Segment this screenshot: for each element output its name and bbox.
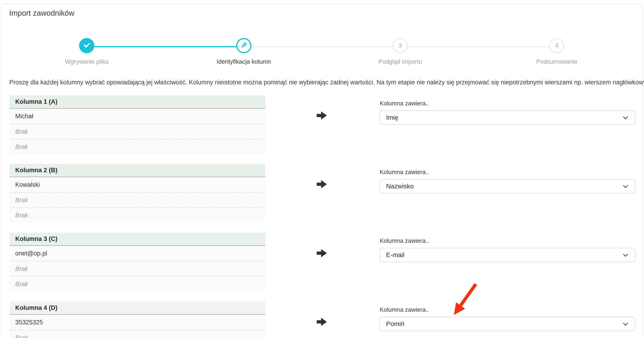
column-3-type-select[interactable]: E-mail [380,248,635,262]
column-1-cell: Brak [10,124,265,139]
column-preview-3: Kolumna 3 (C) onet@op.pl Brak Brak [10,233,265,292]
column-3-cell: Brak [10,261,265,276]
mapping-label: Kolumna zawiera.. [380,306,429,313]
step-4-indicator: 4 [549,38,564,53]
arrow-right-icon [317,318,327,326]
instruction-text: Proszę dla każdej kolumny wybrać opowiad… [9,79,641,86]
step-3-label: Podgląd importu [354,58,446,65]
stepper-connector [408,46,549,47]
pencil-icon [240,41,248,50]
step-2-label: Identyfikacja kolumn [198,58,290,65]
arrow-right-icon [317,180,327,188]
column-2-cell: Brak [10,208,265,223]
selected-option: Pomiń [386,320,404,328]
column-3-cell: Brak [10,276,265,292]
step-4-number: 4 [555,42,559,49]
page-title: Import zawodników [9,9,74,17]
column-2-cell: Kowalski [10,177,265,192]
stepper-connector [252,46,392,47]
column-1-type-select[interactable]: Imię [380,110,635,125]
step-2-indicator[interactable] [236,38,252,53]
column-4-cell: Brak [10,330,265,338]
chevron-down-icon [623,183,628,190]
mapping-label: Kolumna zawiera.. [380,237,429,244]
column-preview-4: Kolumna 4 (D) 35325325 Brak [10,302,265,338]
column-1-cell: Brak [10,139,265,154]
column-1-cell: Michał [10,109,265,124]
step-1-indicator[interactable] [79,38,94,53]
check-icon [82,40,91,51]
column-1-header: Kolumna 1 (A) [10,95,265,109]
column-preview-2: Kolumna 2 (B) Kowalski Brak Brak [10,164,265,223]
chevron-down-icon [623,320,628,328]
import-wizard-page: Import zawodników 3 4 Wgrywanie pl [0,0,644,338]
arrow-right-icon [317,111,327,120]
column-3-header: Kolumna 3 (C) [10,233,265,246]
annotation-arrow-icon [447,281,479,318]
step-1-label: Wgrywanie pliku [40,58,133,65]
column-2-type-select[interactable]: Nazwisko [380,179,635,193]
column-4-type-select[interactable]: Pomiń [380,317,635,331]
selected-option: E-mail [386,251,404,259]
selected-option: Imię [386,114,398,121]
column-2-cell: Brak [10,192,265,208]
step-3-number: 3 [398,42,402,49]
column-preview-1: Kolumna 1 (A) Michał Brak Brak [10,95,265,154]
mapping-label: Kolumna zawiera.. [380,169,429,176]
chevron-down-icon [623,251,628,259]
arrow-right-icon [317,249,327,257]
step-4-label: Podsumowanie [511,58,603,65]
column-3-cell: onet@op.pl [10,246,265,261]
mapping-label: Kolumna zawiera.. [380,100,429,107]
chevron-down-icon [623,114,628,121]
selected-option: Nazwisko [386,183,414,190]
column-4-header: Kolumna 4 (D) [10,302,265,315]
step-3-indicator: 3 [392,38,408,53]
stepper-connector-done [94,46,236,47]
column-2-header: Kolumna 2 (B) [10,164,265,177]
column-4-cell: 35325325 [10,315,265,330]
